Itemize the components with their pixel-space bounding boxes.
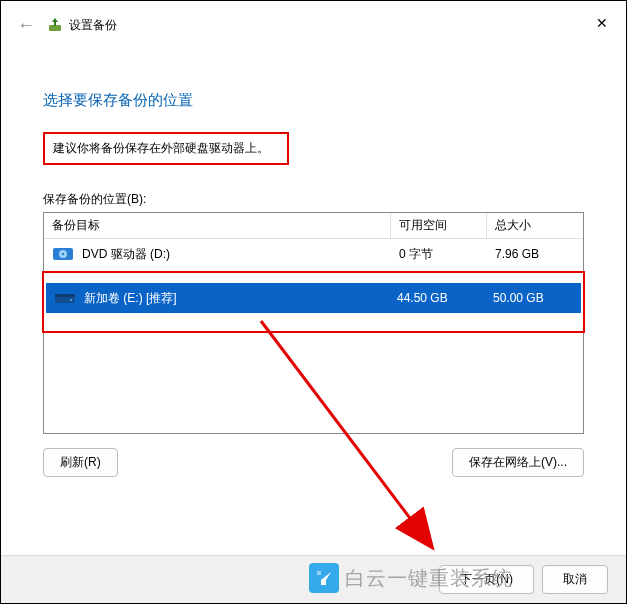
table-row[interactable]: 新加卷 (E:) [推荐] 44.50 GB 50.00 GB <box>46 283 581 313</box>
dvd-drive-icon <box>52 245 74 263</box>
save-network-button[interactable]: 保存在网络上(V)... <box>452 448 584 477</box>
drive-list-label: 保存备份的位置(B): <box>43 191 584 208</box>
col-free[interactable]: 可用空间 <box>391 213 487 238</box>
recommendation-highlight: 建议你将备份保存在外部硬盘驱动器上。 <box>43 132 289 165</box>
drive-name: 新加卷 (E:) [推荐] <box>84 290 177 307</box>
table-header: 备份目标 可用空间 总大小 <box>44 213 583 239</box>
content-area: 选择要保存备份的位置 建议你将备份保存在外部硬盘驱动器上。 保存备份的位置(B)… <box>1 91 626 477</box>
back-arrow-icon: ← <box>17 15 35 36</box>
recommendation-text: 建议你将备份保存在外部硬盘驱动器上。 <box>53 141 269 155</box>
svg-rect-5 <box>55 294 75 297</box>
drive-free: 44.50 GB <box>389 291 485 305</box>
table-button-row: 刷新(R) 保存在网络上(V)... <box>43 448 584 477</box>
titlebar: ← 设置备份 ✕ <box>1 1 626 49</box>
drive-total: 50.00 GB <box>485 291 581 305</box>
col-total[interactable]: 总大小 <box>487 213 583 238</box>
refresh-button[interactable]: 刷新(R) <box>43 448 118 477</box>
next-button[interactable]: 下一页(N) <box>439 565 534 594</box>
window-title: 设置备份 <box>69 17 117 34</box>
svg-point-3 <box>62 253 64 255</box>
drive-name: DVD 驱动器 (D:) <box>82 246 170 263</box>
drive-table: 备份目标 可用空间 总大小 DVD 驱动器 (D:) 0 字节 7.96 GB … <box>43 212 584 434</box>
table-row[interactable]: DVD 驱动器 (D:) 0 字节 7.96 GB <box>44 239 583 269</box>
hdd-drive-icon <box>54 289 76 307</box>
backup-icon <box>47 17 63 33</box>
svg-point-6 <box>70 299 72 301</box>
drive-free: 0 字节 <box>391 246 487 263</box>
close-icon[interactable]: ✕ <box>596 15 608 31</box>
footer-bar: 下一页(N) 取消 <box>1 555 626 603</box>
cancel-button[interactable]: 取消 <box>542 565 608 594</box>
page-heading: 选择要保存备份的位置 <box>43 91 584 110</box>
selected-row-highlight: 新加卷 (E:) [推荐] 44.50 GB 50.00 GB <box>42 271 585 333</box>
drive-total: 7.96 GB <box>487 247 583 261</box>
col-target[interactable]: 备份目标 <box>44 213 391 238</box>
